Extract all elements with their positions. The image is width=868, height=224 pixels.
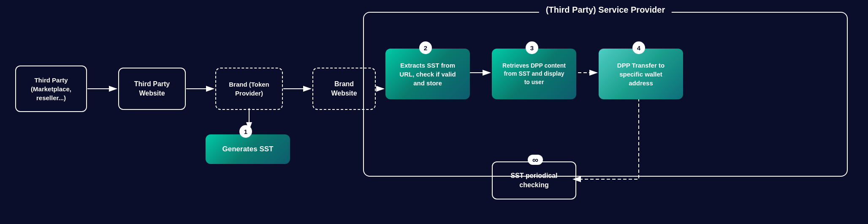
node-third-party-marketplace-label: Third Party(Marketplace,reseller...) [31, 76, 71, 102]
node-brand-website: BrandWebsite [312, 68, 376, 110]
node-extracts-sst: Extracts SST fromURL, check if validand … [385, 49, 470, 99]
diagram-container: (Third Party) Service Provider Third Par… [0, 0, 868, 224]
node-dpp-transfer: DPP Transfer tospecific walletaddress [599, 49, 683, 99]
node-brand-token-provider-label: Brand (TokenProvider) [229, 80, 269, 98]
node-third-party-marketplace: Third Party(Marketplace,reseller...) [15, 66, 87, 112]
node-extracts-sst-label: Extracts SST fromURL, check if validand … [399, 61, 456, 87]
node-third-party-website-label: Third PartyWebsite [134, 79, 170, 98]
infinity-badge: ∞ [528, 155, 543, 165]
node-sst-periodical: SST periodicalchecking [492, 161, 576, 199]
node-generates-sst: Generates SST [206, 134, 290, 164]
step-badge-2: 2 [419, 41, 432, 54]
node-dpp-transfer-label: DPP Transfer tospecific walletaddress [617, 61, 665, 87]
step-badge-1: 1 [239, 125, 252, 138]
step-badge-4: 4 [632, 41, 645, 54]
node-sst-periodical-label: SST periodicalchecking [510, 171, 557, 190]
node-brand-website-label: BrandWebsite [331, 79, 357, 98]
node-third-party-website: Third PartyWebsite [118, 68, 186, 110]
node-brand-token-provider: Brand (TokenProvider) [215, 68, 283, 110]
service-provider-label: (Third Party) Service Provider [539, 5, 672, 15]
step-badge-3: 3 [526, 41, 538, 54]
node-retrieves-dpp-label: Retrieves DPP contentfrom SST and displa… [502, 62, 566, 87]
node-generates-sst-label: Generates SST [222, 144, 274, 154]
node-retrieves-dpp: Retrieves DPP contentfrom SST and displa… [492, 49, 576, 99]
